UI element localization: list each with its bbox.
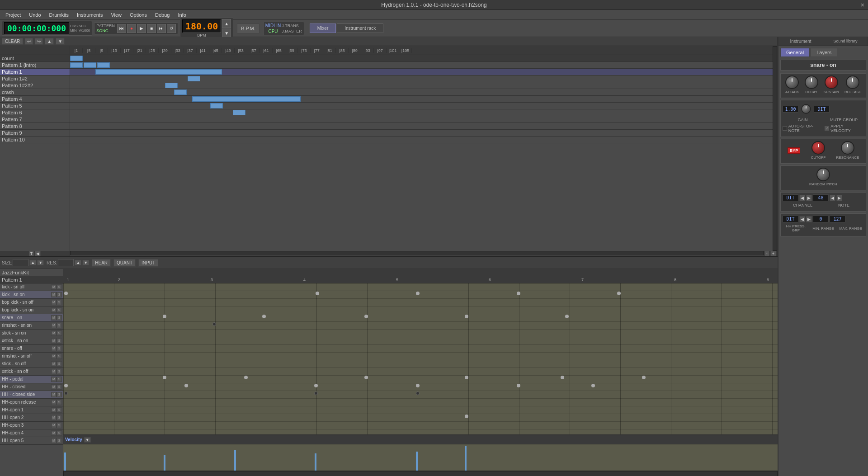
- note-snare-2[interactable]: [262, 315, 266, 318]
- pattern-hscrollbar[interactable]: [63, 471, 778, 476]
- song-zoom-plus[interactable]: +: [770, 251, 776, 256]
- note-hh-pedal-3[interactable]: [364, 376, 368, 379]
- menu-view[interactable]: View: [107, 11, 125, 19]
- hh-press-down[interactable]: ◀: [799, 216, 805, 222]
- menu-debug[interactable]: Debug: [151, 11, 173, 19]
- bpm-down-btn[interactable]: ▼: [222, 28, 231, 38]
- note-kick-2[interactable]: [316, 292, 319, 295]
- inst-mute-0[interactable]: M: [51, 284, 57, 290]
- velocity-expand-btn[interactable]: ▼: [84, 437, 91, 443]
- note-kick-4[interactable]: [517, 292, 520, 295]
- instrument-row-6[interactable]: stick - sn on M S: [0, 330, 63, 337]
- gain-value[interactable]: 1.00: [783, 106, 798, 113]
- clear-btn[interactable]: CLEAR: [2, 38, 23, 45]
- inst-mute-17[interactable]: M: [51, 415, 57, 420]
- note-hh-closed-3[interactable]: [314, 384, 318, 387]
- res-down[interactable]: ▼: [82, 260, 89, 265]
- note-down[interactable]: ◀: [830, 195, 835, 201]
- btn-loop[interactable]: ↺: [167, 24, 176, 33]
- instrument-row-5[interactable]: rimshot - sn on M S: [0, 322, 63, 330]
- hh-press-value[interactable]: DIT: [783, 216, 798, 222]
- btn-stop[interactable]: ■: [147, 24, 156, 33]
- instrument-row-9[interactable]: rimshot - sn off M S: [0, 353, 63, 360]
- song-grid-row-pat1-2[interactable]: [70, 75, 773, 82]
- note-hh-pedal-2[interactable]: [244, 376, 248, 379]
- inst-solo-14[interactable]: S: [57, 392, 62, 397]
- subtab-general[interactable]: General: [780, 48, 810, 57]
- hear-btn[interactable]: HEAR: [92, 259, 111, 267]
- instrument-row-3[interactable]: bop kick - sn on M S: [0, 306, 63, 314]
- bypass-btn[interactable]: BYP: [788, 147, 801, 154]
- inst-solo-2[interactable]: S: [57, 300, 62, 305]
- note-snare-4[interactable]: [465, 315, 468, 318]
- size-up[interactable]: ▲: [29, 260, 36, 265]
- j-trans-label[interactable]: J.TRANS: [282, 24, 302, 28]
- inst-mute-2[interactable]: M: [51, 300, 57, 305]
- channel-value[interactable]: DIT: [783, 194, 798, 201]
- note-hh-closed-2[interactable]: [184, 384, 188, 387]
- note-hh-closedside-1[interactable]: [64, 391, 68, 395]
- inst-solo-10[interactable]: S: [57, 361, 62, 367]
- inst-solo-0[interactable]: S: [57, 284, 62, 290]
- instrument-row-19[interactable]: HH-open 4 M S: [0, 429, 63, 437]
- song-up-btn[interactable]: ▲: [45, 38, 54, 45]
- note-hh-closed-5[interactable]: [517, 384, 520, 387]
- note-hh-closedside-3[interactable]: [416, 391, 420, 395]
- song-zoom-minus[interactable]: -: [764, 251, 769, 256]
- cutoff-knob[interactable]: [811, 141, 825, 155]
- menu-instruments[interactable]: Instruments: [73, 11, 106, 19]
- instrument-row-17[interactable]: HH-open 2 M S: [0, 414, 63, 422]
- song-grid-row-pat8[interactable]: [70, 123, 773, 130]
- song-grid-row-pat4[interactable]: [70, 96, 773, 103]
- note-hh-closed-6[interactable]: [591, 384, 595, 387]
- instrument-row-10[interactable]: stick - sn off M S: [0, 360, 63, 368]
- inst-solo-19[interactable]: S: [57, 430, 62, 436]
- instrument-row-11[interactable]: xstick - sn off M S: [0, 368, 63, 376]
- note-snare-5[interactable]: [565, 315, 569, 318]
- max-range-value[interactable]: 127: [830, 216, 845, 222]
- inst-solo-16[interactable]: S: [57, 407, 62, 413]
- note-value[interactable]: 48: [813, 194, 829, 201]
- quant-btn[interactable]: QUANT: [113, 259, 136, 267]
- note-kick-1[interactable]: [64, 292, 68, 295]
- note-hh-closedside-2[interactable]: [314, 391, 318, 395]
- song-grid-row-pat10[interactable]: [70, 137, 773, 143]
- btn-forward[interactable]: ⏭: [157, 24, 166, 33]
- bpm-tap-btn[interactable]: B.P.M.: [237, 24, 259, 33]
- song-add-pattern-btn[interactable]: T: [29, 251, 34, 256]
- bpm-up-btn[interactable]: ▲: [222, 19, 231, 28]
- song-grid-row-intro[interactable]: [70, 62, 773, 69]
- note-hh-open1-1[interactable]: [465, 415, 468, 418]
- song-hscrollbar[interactable]: [70, 251, 764, 255]
- instrument-row-16[interactable]: HH-open 1 M S: [0, 406, 63, 414]
- inst-solo-11[interactable]: S: [57, 369, 62, 374]
- resonance-knob[interactable]: [841, 141, 854, 155]
- inst-mute-18[interactable]: M: [51, 423, 57, 428]
- inst-mute-14[interactable]: M: [51, 392, 57, 397]
- menu-drumkits[interactable]: Drumkits: [46, 11, 72, 19]
- note-kick-5[interactable]: [617, 292, 621, 295]
- song-redo-btn[interactable]: ↪: [35, 38, 43, 45]
- note-hh-closed-4[interactable]: [416, 384, 420, 387]
- bpm-display[interactable]: 180.00: [182, 19, 221, 33]
- inst-solo-8[interactable]: S: [57, 346, 62, 351]
- inst-solo-7[interactable]: S: [57, 338, 62, 344]
- auto-stop-checkbox[interactable]: [783, 126, 787, 131]
- instrument-row-14[interactable]: HH - closed side M S: [0, 391, 63, 399]
- inst-solo-6[interactable]: S: [57, 330, 62, 336]
- inst-solo-12[interactable]: S: [57, 377, 62, 382]
- random-pitch-knob[interactable]: [816, 168, 830, 181]
- j-master-label[interactable]: J.MASTER: [282, 29, 302, 33]
- song-grid-row-pat9[interactable]: [70, 130, 773, 137]
- note-hh-pedal-1[interactable]: [163, 376, 166, 379]
- inst-mute-6[interactable]: M: [51, 330, 57, 336]
- inst-mute-15[interactable]: M: [51, 400, 57, 405]
- note-hh-pedal-5[interactable]: [561, 376, 564, 379]
- size-input[interactable]: 20: [13, 259, 28, 266]
- inst-mute-12[interactable]: M: [51, 377, 57, 382]
- btn-record[interactable]: ●: [127, 24, 136, 33]
- instrument-rack-btn[interactable]: Instrument rack: [337, 24, 383, 33]
- note-hh-pedal-6[interactable]: [642, 376, 646, 379]
- inst-solo-5[interactable]: S: [57, 323, 62, 328]
- channel-up[interactable]: ▶: [806, 195, 812, 201]
